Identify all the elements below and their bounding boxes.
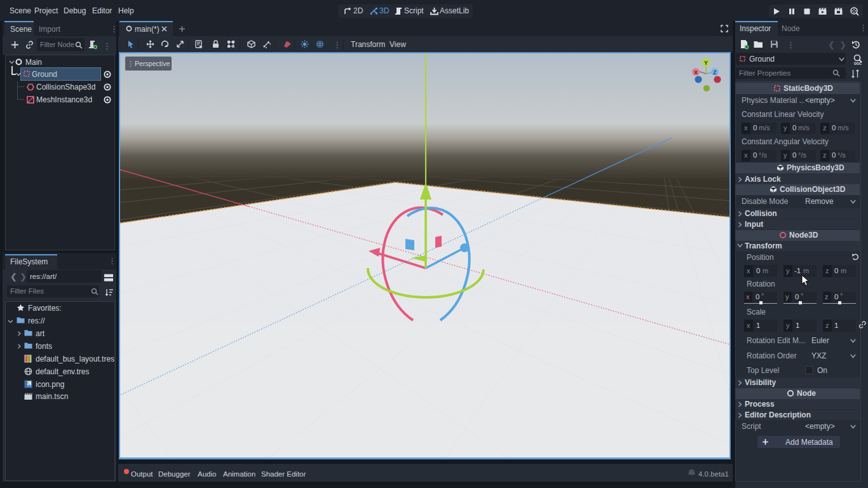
svg-text:Z: Z: [713, 69, 717, 76]
svg-text:DOC: DOC: [854, 62, 862, 65]
svg-text:Perspective: Perspective: [135, 60, 170, 67]
svg-text:X: X: [694, 69, 698, 76]
svg-text:Y: Y: [704, 60, 708, 66]
svg-text:⋮: ⋮: [127, 60, 134, 67]
